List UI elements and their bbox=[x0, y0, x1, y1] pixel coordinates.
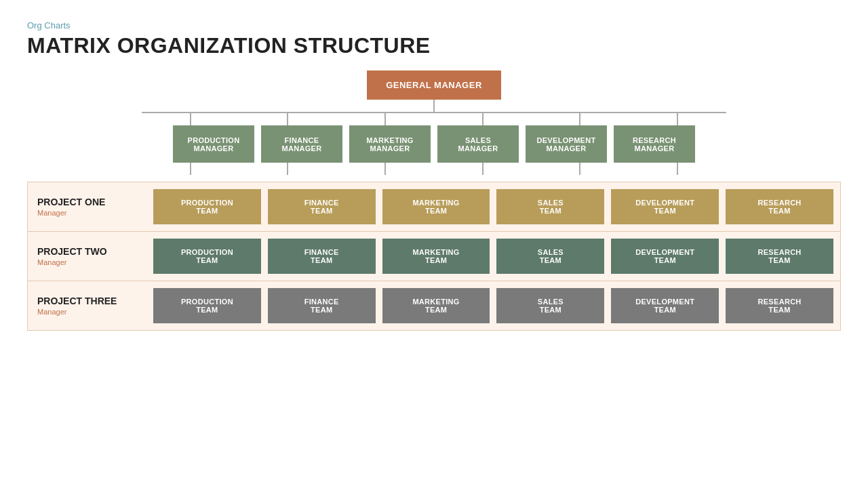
project-two-name: PROJECT TWO bbox=[37, 246, 137, 257]
tick-2 bbox=[287, 113, 288, 125]
manager-box-marketing: MARKETINGMANAGER bbox=[349, 125, 431, 163]
header: Org Charts MATRIX ORGANIZATION STRUCTURE bbox=[27, 20, 841, 58]
tick-4 bbox=[482, 113, 484, 125]
project-two-manager: Manager bbox=[37, 258, 137, 266]
p3-research-team: RESEARCHTEAM bbox=[726, 288, 833, 323]
p3-production-team: PRODUCTIONTEAM bbox=[153, 288, 261, 323]
managers-row: PRODUCTIONMANAGER FINANCEMANAGER MARKETI… bbox=[173, 125, 695, 163]
page: Org Charts MATRIX ORGANIZATION STRUCTURE… bbox=[0, 0, 868, 488]
p3-development-team: DEVELOPMENTTEAM bbox=[611, 288, 719, 323]
project-two-teams: PRODUCTIONTEAM FINANCETEAM MARKETINGTEAM… bbox=[146, 232, 840, 281]
project-one-name: PROJECT ONE bbox=[37, 197, 137, 207]
p2-production-team: PRODUCTIONTEAM bbox=[153, 239, 261, 274]
project-three-name: PROJECT THREE bbox=[37, 296, 137, 306]
mgr-tick-5 bbox=[579, 163, 580, 175]
mgr-tick-6 bbox=[677, 163, 678, 175]
tick-1 bbox=[190, 113, 191, 125]
manager-box-finance: FINANCEMANAGER bbox=[261, 125, 342, 163]
project-one-teams: PRODUCTIONTEAM FINANCETEAM MARKETINGTEAM… bbox=[146, 182, 840, 231]
p3-marketing-team: MARKETINGTEAM bbox=[382, 288, 490, 323]
main-title: MATRIX ORGANIZATION STRUCTURE bbox=[27, 33, 841, 58]
project-three-label: PROJECT THREE Manager bbox=[28, 281, 146, 330]
p2-marketing-team: MARKETINGTEAM bbox=[382, 239, 490, 274]
p1-research-team: RESEARCHTEAM bbox=[726, 189, 833, 224]
mgr-tick-3 bbox=[384, 163, 386, 175]
tick-5 bbox=[579, 113, 580, 125]
p2-finance-team: FINANCETEAM bbox=[268, 239, 376, 274]
manager-box-production: PRODUCTIONMANAGER bbox=[173, 125, 254, 163]
manager-box-research: RESEARCHMANAGER bbox=[614, 125, 695, 163]
p1-sales-team: SALESTEAM bbox=[496, 189, 604, 224]
p1-marketing-team: MARKETINGTEAM bbox=[382, 189, 490, 224]
project-row-one: PROJECT ONE Manager PRODUCTIONTEAM FINAN… bbox=[27, 182, 841, 232]
p1-development-team: DEVELOPMENTTEAM bbox=[611, 189, 719, 224]
project-three-manager: Manager bbox=[37, 308, 137, 316]
mgr-tick-2 bbox=[287, 163, 288, 175]
mgr-tick-1 bbox=[190, 163, 191, 175]
p2-sales-team: SALESTEAM bbox=[496, 239, 604, 274]
projects-area: PROJECT ONE Manager PRODUCTIONTEAM FINAN… bbox=[27, 182, 841, 331]
project-two-label: PROJECT TWO Manager bbox=[28, 232, 146, 281]
manager-tick-connectors bbox=[142, 113, 726, 125]
project-row-two: PROJECT TWO Manager PRODUCTIONTEAM FINAN… bbox=[27, 232, 841, 281]
tick-6 bbox=[677, 113, 678, 125]
top-horiz-connector bbox=[142, 112, 726, 113]
mgr-tick-4 bbox=[482, 163, 484, 175]
subtitle: Org Charts bbox=[27, 20, 841, 30]
project-one-label: PROJECT ONE Manager bbox=[28, 182, 146, 231]
project-three-teams: PRODUCTIONTEAM FINANCETEAM MARKETINGTEAM… bbox=[146, 281, 840, 330]
p3-sales-team: SALESTEAM bbox=[496, 288, 604, 323]
manager-box-sales: SALESMANAGER bbox=[437, 125, 519, 163]
p2-development-team: DEVELOPMENTTEAM bbox=[611, 239, 719, 274]
p2-research-team: RESEARCHTEAM bbox=[726, 239, 833, 274]
project-row-three: PROJECT THREE Manager PRODUCTIONTEAM FIN… bbox=[27, 281, 841, 331]
mgr-to-project-connectors bbox=[142, 163, 726, 175]
gm-vert-connector bbox=[433, 100, 435, 112]
manager-box-development: DEVELOPMENTMANAGER bbox=[526, 125, 607, 163]
p1-production-team: PRODUCTIONTEAM bbox=[153, 189, 261, 224]
p1-finance-team: FINANCETEAM bbox=[268, 189, 376, 224]
project-one-manager: Manager bbox=[37, 209, 137, 217]
chart-area: GENERAL MANAGER PRODUCTIONMANAGER FINANC… bbox=[27, 70, 841, 474]
p3-finance-team: FINANCETEAM bbox=[268, 288, 376, 323]
general-manager-box: GENERAL MANAGER bbox=[367, 70, 501, 100]
tick-3 bbox=[384, 113, 386, 125]
gm-row: GENERAL MANAGER bbox=[367, 70, 501, 100]
